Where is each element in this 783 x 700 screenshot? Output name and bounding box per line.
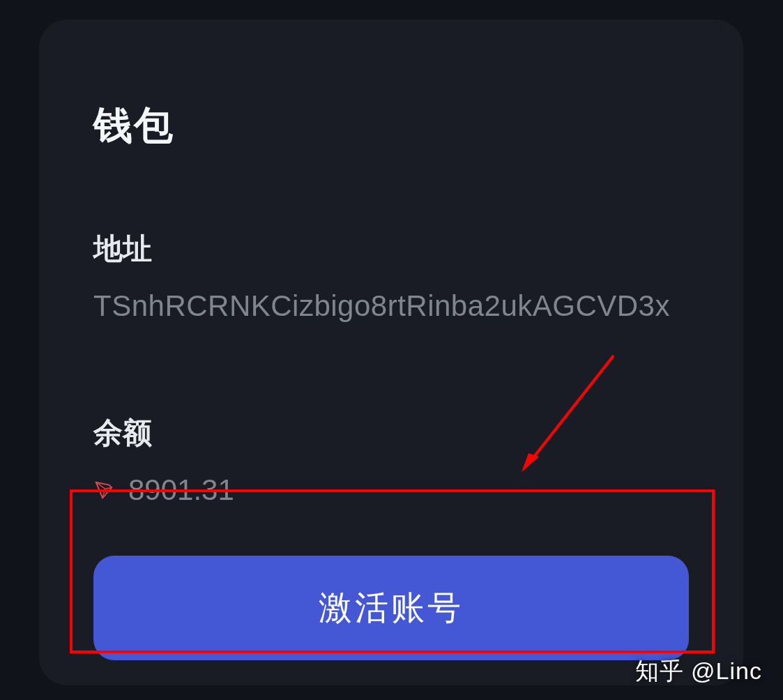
- wallet-title: 钱包: [93, 100, 689, 153]
- balance-value: 8901.31: [128, 473, 234, 507]
- balance-label: 余额: [93, 413, 689, 452]
- address-label: 地址: [93, 229, 689, 268]
- tron-icon: [93, 480, 114, 501]
- balance-row: 8901.31: [93, 473, 689, 507]
- activate-account-button[interactable]: 激活账号: [93, 556, 689, 660]
- address-value: TSnhRCRNKCizbigo8rtRinba2ukAGCVD3x: [93, 289, 689, 323]
- wallet-card: 钱包 地址 TSnhRCRNKCizbigo8rtRinba2ukAGCVD3x…: [39, 20, 743, 685]
